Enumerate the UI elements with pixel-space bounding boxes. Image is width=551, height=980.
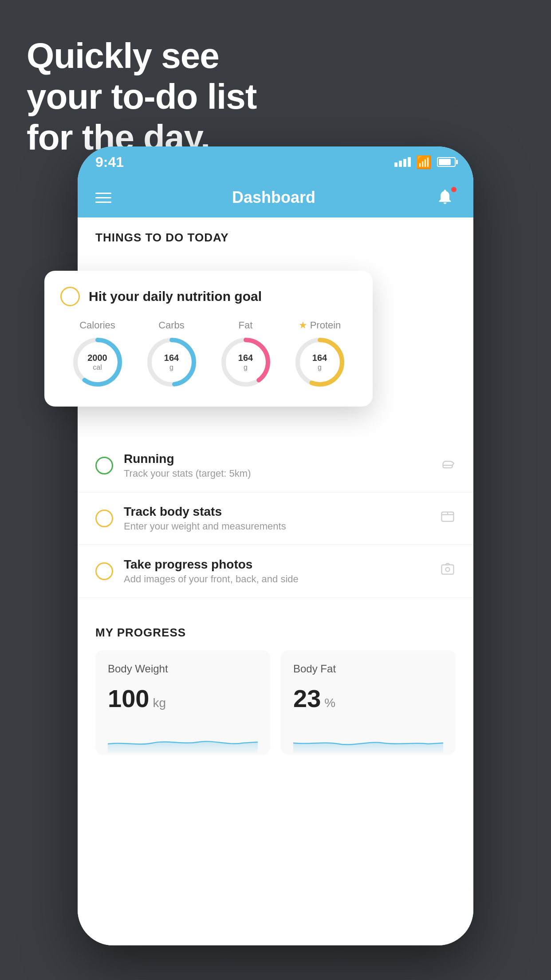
progress-cards: Body Weight 100 kg (95, 650, 456, 755)
todo-item-photos[interactable]: Take progress photos Add images of your … (78, 545, 473, 598)
svg-point-10 (446, 568, 450, 572)
running-name: Running (124, 452, 429, 466)
stat-protein-label: ★ Protein (299, 320, 341, 331)
nutrition-title: Hit your daily nutrition goal (89, 289, 262, 304)
todo-item-running[interactable]: Running Track your stats (target: 5km) (78, 439, 473, 492)
stat-calories-label: Calories (79, 320, 115, 331)
fat-circle: 164 g (219, 336, 272, 389)
stat-protein: ★ Protein 164 g (293, 320, 346, 389)
status-icons: 📶 (394, 155, 456, 170)
body-fat-card: Body Fat 23 % (281, 650, 456, 755)
photos-checkbox[interactable] (95, 562, 113, 580)
stat-carbs-label: Carbs (158, 320, 185, 331)
todo-list: Running Track your stats (target: 5km) T… (78, 439, 473, 598)
protein-circle: 164 g (293, 336, 346, 389)
nav-bar: Dashboard (78, 178, 473, 217)
body-fat-label: Body Fat (293, 663, 443, 675)
stat-fat-label: Fat (239, 320, 253, 331)
running-text: Running Track your stats (target: 5km) (124, 452, 429, 479)
hamburger-menu-button[interactable] (95, 193, 111, 203)
nutrition-card-header: Hit your daily nutrition goal (60, 287, 357, 306)
progress-section: MY PROGRESS Body Weight 100 kg (78, 608, 473, 772)
body-fat-chart (293, 726, 443, 753)
things-section-header: THINGS TO DO TODAY (78, 217, 473, 253)
stat-calories: Calories 2000 cal (71, 320, 124, 389)
body-fat-value-row: 23 % (293, 684, 443, 713)
headline-line1: Quickly see (27, 36, 256, 76)
todo-item-body-stats[interactable]: Track body stats Enter your weight and m… (78, 492, 473, 545)
nutrition-stats: Calories 2000 cal Carbs (60, 320, 357, 389)
fat-value: 164 g (238, 352, 253, 371)
nutrition-card: Hit your daily nutrition goal Calories 2… (44, 271, 373, 407)
battery-icon (437, 157, 456, 167)
headline-line2: your to-do list (27, 76, 256, 117)
wifi-icon: 📶 (416, 155, 432, 170)
progress-title: MY PROGRESS (95, 608, 456, 650)
running-checkbox[interactable] (95, 457, 113, 474)
body-stats-checkbox[interactable] (95, 510, 113, 527)
scale-icon (440, 509, 456, 528)
status-time: 9:41 (95, 154, 124, 170)
photo-icon (440, 561, 456, 581)
carbs-value: 164 g (164, 352, 179, 371)
star-icon: ★ (299, 320, 307, 331)
status-bar: 9:41 📶 (78, 146, 473, 178)
body-fat-number: 23 (293, 684, 321, 713)
photos-text: Take progress photos Add images of your … (124, 557, 429, 585)
body-stats-name: Track body stats (124, 505, 429, 519)
svg-rect-9 (442, 565, 454, 574)
protein-value: 164 g (312, 352, 327, 371)
body-stats-text: Track body stats Enter your weight and m… (124, 505, 429, 532)
carbs-circle: 164 g (145, 336, 198, 389)
running-desc: Track your stats (target: 5km) (124, 468, 429, 479)
stat-carbs: Carbs 164 g (145, 320, 198, 389)
body-weight-card: Body Weight 100 kg (95, 650, 270, 755)
notification-dot (450, 186, 457, 193)
notification-bell-button[interactable] (436, 188, 456, 207)
body-fat-unit: % (324, 696, 335, 710)
calories-circle: 2000 cal (71, 336, 124, 389)
photos-name: Take progress photos (124, 557, 429, 572)
body-stats-desc: Enter your weight and measurements (124, 521, 429, 532)
things-title: THINGS TO DO TODAY (95, 231, 456, 245)
headline: Quickly see your to-do list for the day. (27, 36, 256, 158)
body-weight-number: 100 (108, 684, 149, 713)
body-weight-chart (108, 726, 258, 753)
stat-fat: Fat 164 g (219, 320, 272, 389)
signal-icon (394, 157, 411, 167)
body-weight-unit: kg (153, 696, 166, 710)
calories-value: 2000 cal (87, 352, 107, 371)
nutrition-checkbox[interactable] (60, 287, 80, 306)
body-weight-value-row: 100 kg (108, 684, 258, 713)
shoe-icon (440, 456, 456, 475)
photos-desc: Add images of your front, back, and side (124, 573, 429, 585)
body-weight-label: Body Weight (108, 663, 258, 675)
nav-title: Dashboard (232, 188, 315, 207)
